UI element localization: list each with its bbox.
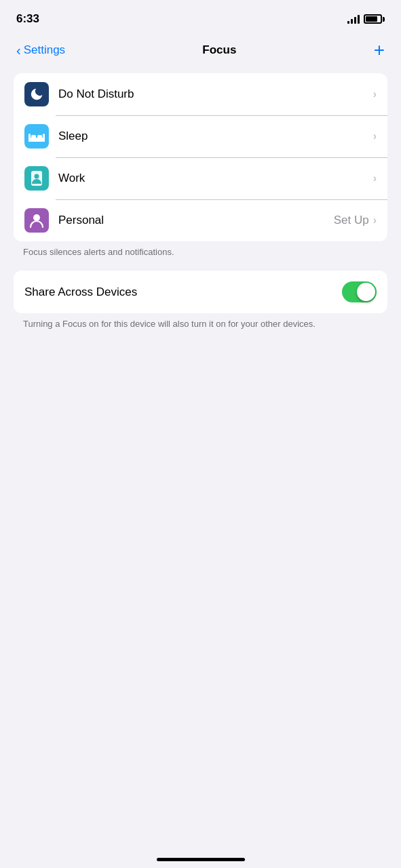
toggle-knob	[357, 283, 375, 301]
status-bar: 6:33	[0, 0, 401, 34]
focus-caption: Focus silences alerts and notifications.	[0, 241, 401, 271]
svg-rect-1	[28, 134, 31, 142]
svg-point-7	[33, 214, 40, 221]
focus-item-sleep[interactable]: Sleep ›	[14, 115, 387, 157]
home-indicator	[157, 858, 245, 861]
chevron-right-icon: ›	[373, 130, 377, 142]
personal-label: Personal	[58, 214, 334, 227]
work-icon	[24, 166, 49, 191]
focus-list-card: Do Not Disturb › Sleep ›	[14, 73, 387, 241]
add-button[interactable]: +	[374, 41, 385, 60]
share-across-devices-card: Share Across Devices	[14, 271, 387, 313]
back-chevron-icon: ‹	[16, 43, 21, 57]
svg-rect-4	[37, 135, 42, 138]
share-across-devices-label: Share Across Devices	[24, 285, 137, 299]
page-title: Focus	[202, 43, 236, 57]
status-time: 6:33	[16, 12, 39, 26]
svg-point-6	[35, 174, 39, 179]
sleep-icon	[24, 124, 49, 149]
personal-setup-area: Set Up ›	[334, 214, 377, 227]
focus-item-do-not-disturb[interactable]: Do Not Disturb ›	[14, 73, 387, 115]
header: ‹ Settings Focus +	[0, 34, 401, 73]
svg-rect-0	[28, 138, 45, 142]
sleep-chevron-area: ›	[373, 130, 377, 142]
work-label: Work	[58, 172, 373, 185]
back-button[interactable]: ‹ Settings	[16, 43, 65, 57]
focus-item-personal[interactable]: Personal Set Up ›	[14, 199, 387, 241]
sleep-label: Sleep	[58, 130, 373, 143]
back-label: Settings	[24, 43, 65, 57]
status-icons	[347, 14, 385, 24]
personal-icon	[24, 208, 49, 233]
chevron-right-icon: ›	[373, 88, 377, 100]
do-not-disturb-chevron-area: ›	[373, 88, 377, 100]
svg-rect-2	[43, 134, 45, 142]
focus-item-work[interactable]: Work ›	[14, 157, 387, 199]
chevron-right-icon: ›	[373, 214, 377, 226]
signal-icon	[347, 14, 360, 24]
share-caption: Turning a Focus on for this device will …	[0, 313, 401, 329]
do-not-disturb-icon	[24, 82, 49, 106]
battery-icon	[364, 14, 385, 24]
do-not-disturb-label: Do Not Disturb	[58, 87, 373, 101]
setup-text: Set Up	[334, 214, 369, 227]
share-across-devices-toggle[interactable]	[342, 281, 377, 302]
chevron-right-icon: ›	[373, 172, 377, 184]
svg-rect-3	[31, 135, 36, 138]
work-chevron-area: ›	[373, 172, 377, 184]
